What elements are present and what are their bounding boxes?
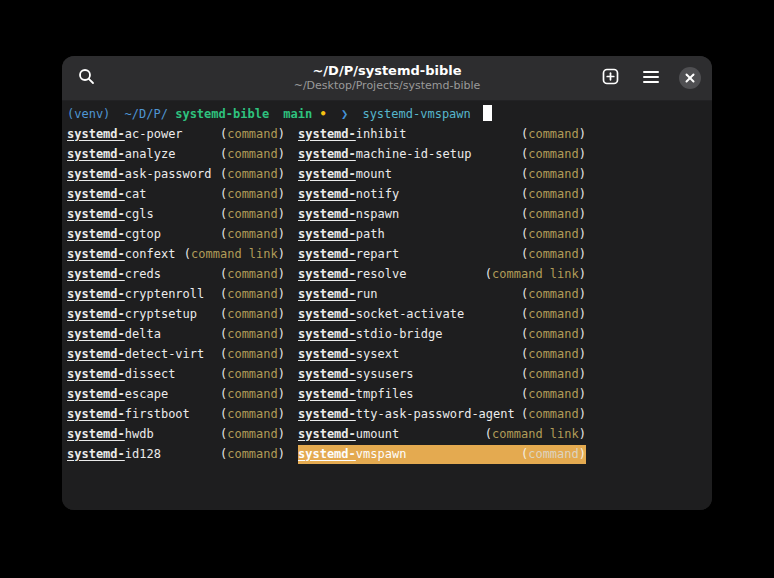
typed-command: systemd-vmspawn bbox=[362, 107, 470, 121]
completion-suffix: tmpfiles bbox=[356, 387, 414, 401]
completion-matched-prefix: systemd- bbox=[67, 207, 125, 221]
completion-row: systemd-hwdb(command)systemd-umount(comm… bbox=[67, 424, 707, 444]
completion-description: (command) bbox=[521, 225, 586, 244]
completion-description: (command) bbox=[521, 365, 586, 384]
completion-item: systemd-nspawn(command) bbox=[298, 205, 586, 224]
completion-item: systemd-tty-ask-password-agent(command) bbox=[298, 405, 586, 424]
prompt-repo: systemd-bible bbox=[175, 107, 269, 121]
completion-matched-prefix: systemd- bbox=[298, 287, 356, 301]
completion-matched-prefix: systemd- bbox=[298, 147, 356, 161]
close-button[interactable] bbox=[679, 67, 701, 89]
completion-matched-prefix: systemd- bbox=[298, 387, 356, 401]
completion-description: (command) bbox=[220, 205, 285, 224]
completion-command-name: systemd-cryptsetup bbox=[67, 305, 197, 324]
window-subtitle: ~/Desktop/Projects/systemd-bible bbox=[294, 79, 481, 93]
completion-command-name: systemd-dissect bbox=[67, 365, 175, 384]
prompt-path: ~/D/P/ bbox=[125, 107, 168, 121]
completion-matched-prefix: systemd- bbox=[67, 387, 125, 401]
completion-description: (command) bbox=[220, 405, 285, 424]
completion-item: systemd-detect-virt(command) bbox=[67, 345, 285, 364]
completion-item: systemd-dissect(command) bbox=[67, 365, 285, 384]
completion-item: systemd-creds(command) bbox=[67, 265, 285, 284]
completion-description: (command) bbox=[521, 165, 586, 184]
search-button[interactable] bbox=[73, 65, 99, 91]
completion-suffix: cgls bbox=[125, 207, 154, 221]
completion-command-name: systemd-run bbox=[298, 285, 377, 304]
completion-command-name: systemd-stdio-bridge bbox=[298, 325, 443, 344]
completion-matched-prefix: systemd- bbox=[298, 307, 356, 321]
completion-matched-prefix: systemd- bbox=[67, 247, 125, 261]
completion-description: (command) bbox=[220, 425, 285, 444]
completion-command-name: systemd-firstboot bbox=[67, 405, 190, 424]
completion-row: systemd-delta(command)systemd-stdio-brid… bbox=[67, 324, 707, 344]
completion-suffix: socket-activate bbox=[356, 307, 464, 321]
completion-matched-prefix: systemd- bbox=[67, 367, 125, 381]
completion-item: systemd-id128(command) bbox=[67, 445, 285, 464]
completion-description: (command) bbox=[220, 145, 285, 164]
completion-matched-prefix: systemd- bbox=[67, 427, 125, 441]
git-dirty-marker: • bbox=[319, 107, 326, 121]
completion-matched-prefix: systemd- bbox=[298, 227, 356, 241]
completion-command-name: systemd-escape bbox=[67, 385, 168, 404]
completion-item: systemd-inhibit(command) bbox=[298, 125, 586, 144]
completion-item: systemd-hwdb(command) bbox=[67, 425, 285, 444]
completion-matched-prefix: systemd- bbox=[298, 187, 356, 201]
completion-command-name: systemd-cgtop bbox=[67, 225, 161, 244]
completion-command-name: systemd-ac-power bbox=[67, 125, 183, 144]
completion-description: (command) bbox=[521, 385, 586, 404]
completion-item: systemd-socket-activate(command) bbox=[298, 305, 586, 324]
completion-suffix: vmspawn bbox=[356, 447, 407, 461]
completion-row: systemd-cat(command)systemd-notify(comma… bbox=[67, 184, 707, 204]
completion-row: systemd-confext(command link)systemd-rep… bbox=[67, 244, 707, 264]
completion-row: systemd-creds(command)systemd-resolve(co… bbox=[67, 264, 707, 284]
completion-matched-prefix: systemd- bbox=[298, 447, 356, 461]
window-title: ~/D/P/systemd-bible bbox=[294, 63, 481, 79]
completion-description: (command) bbox=[521, 245, 586, 264]
completion-description: (command) bbox=[220, 365, 285, 384]
completion-suffix: id128 bbox=[125, 447, 161, 461]
completion-command-name: systemd-repart bbox=[298, 245, 399, 264]
completion-matched-prefix: systemd- bbox=[298, 407, 356, 421]
completion-description: (command) bbox=[220, 125, 285, 144]
completion-command-name: systemd-cgls bbox=[67, 205, 154, 224]
completion-matched-prefix: systemd- bbox=[298, 367, 356, 381]
completion-matched-prefix: systemd- bbox=[67, 407, 125, 421]
completion-suffix: resolve bbox=[356, 267, 407, 281]
completion-matched-prefix: systemd- bbox=[298, 347, 356, 361]
completion-item: systemd-machine-id-setup(command) bbox=[298, 145, 586, 164]
completion-command-name: systemd-nspawn bbox=[298, 205, 399, 224]
completion-item: systemd-cat(command) bbox=[67, 185, 285, 204]
completion-item: systemd-analyze(command) bbox=[67, 145, 285, 164]
menu-button[interactable] bbox=[638, 65, 664, 91]
completion-suffix: path bbox=[356, 227, 385, 241]
completion-command-name: systemd-cat bbox=[67, 185, 146, 204]
completion-suffix: run bbox=[356, 287, 378, 301]
completion-description: (command) bbox=[521, 345, 586, 364]
completion-row: systemd-ask-password(command)systemd-mou… bbox=[67, 164, 707, 184]
completion-matched-prefix: systemd- bbox=[67, 267, 125, 281]
completion-command-name: systemd-socket-activate bbox=[298, 305, 464, 324]
completion-description: (command) bbox=[220, 385, 285, 404]
completion-suffix: cat bbox=[125, 187, 147, 201]
completion-description: (command) bbox=[521, 285, 586, 304]
terminal-screen[interactable]: (venv) ~/D/P/ systemd-bible main • ❯ sys… bbox=[62, 101, 712, 510]
completion-suffix: nspawn bbox=[356, 207, 399, 221]
completion-suffix: machine-id-setup bbox=[356, 147, 472, 161]
completion-row: systemd-analyze(command)systemd-machine-… bbox=[67, 144, 707, 164]
completion-item: systemd-ac-power(command) bbox=[67, 125, 285, 144]
completion-row: systemd-cgls(command)systemd-nspawn(comm… bbox=[67, 204, 707, 224]
completion-command-name: systemd-sysusers bbox=[298, 365, 414, 384]
completion-row: systemd-cryptenroll(command)systemd-run(… bbox=[67, 284, 707, 304]
completion-description: (command) bbox=[220, 445, 285, 464]
completion-matched-prefix: systemd- bbox=[298, 167, 356, 181]
completion-command-name: systemd-machine-id-setup bbox=[298, 145, 471, 164]
completion-command-name: systemd-creds bbox=[67, 265, 161, 284]
completion-item: systemd-cgtop(command) bbox=[67, 225, 285, 244]
completion-command-name: systemd-delta bbox=[67, 325, 161, 344]
venv-indicator: (venv) bbox=[67, 107, 110, 121]
completion-item: systemd-path(command) bbox=[298, 225, 586, 244]
new-tab-button[interactable] bbox=[597, 65, 623, 91]
completion-item: systemd-mount(command) bbox=[298, 165, 586, 184]
completion-item: systemd-cgls(command) bbox=[67, 205, 285, 224]
completion-suffix: delta bbox=[125, 327, 161, 341]
